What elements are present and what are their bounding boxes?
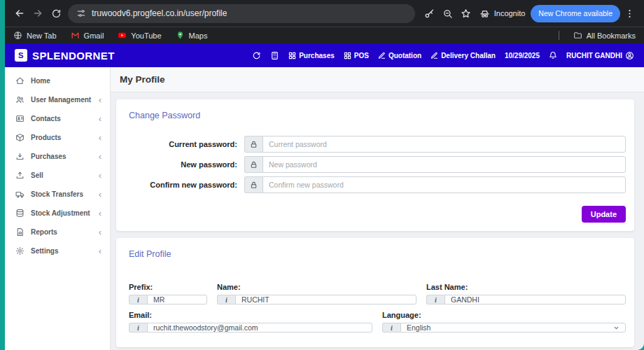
language-group: i English <box>382 323 626 332</box>
bookmark-gmail[interactable]: Gmail <box>71 31 104 40</box>
last-name-input[interactable] <box>444 295 626 304</box>
new-password-group <box>244 156 626 173</box>
brand-name: SPLENDORNET <box>32 50 115 62</box>
change-password-title: Change Password <box>129 111 626 120</box>
notifications-button[interactable] <box>549 51 557 59</box>
back-button[interactable] <box>10 4 29 22</box>
contacts-icon <box>15 114 24 123</box>
new-password-row: New password: <box>129 156 626 173</box>
sidebar-item-label: Contacts <box>31 115 61 122</box>
user-menu-button[interactable]: RUCHIT GANDHI <box>566 51 634 60</box>
edit-profile-card: Edit Profile Prefix: i Name: <box>116 238 634 347</box>
chevron-icon: ‹ <box>99 171 102 180</box>
language-field: Language: i English <box>382 311 626 332</box>
address-bar[interactable]: truwoodv6.progfeel.co.in/user/profile <box>68 4 415 23</box>
download-icon <box>15 152 24 161</box>
sidebar-item-settings[interactable]: Settings ‹ <box>5 241 110 260</box>
home-icon <box>15 76 24 85</box>
upload-icon <box>15 171 24 180</box>
prefix-group: i <box>129 295 207 304</box>
name-input[interactable] <box>235 295 416 304</box>
calculator-button[interactable] <box>270 51 279 60</box>
language-select[interactable]: English <box>400 323 626 332</box>
bookmark-youtube[interactable]: YouTube <box>118 31 161 40</box>
email-label: Email: <box>129 311 372 319</box>
sidebar-item-stock-transfers[interactable]: Stock Transfers ‹ <box>5 185 110 204</box>
sidebar-item-label: Sell <box>31 172 43 179</box>
nav-quotation[interactable]: Quotation <box>378 52 421 59</box>
sidebar-item-label: Reports <box>31 228 57 236</box>
gear-icon <box>15 246 24 255</box>
box-icon <box>15 133 24 142</box>
current-password-group <box>244 136 626 153</box>
sidebar-item-stock-adjustment[interactable]: Stock Adjustment ‹ <box>5 204 110 223</box>
bookmark-star-button[interactable] <box>457 4 475 22</box>
app-header: S SPLENDORNET Purchases POS Quotation <box>5 43 644 67</box>
zoom-button[interactable] <box>439 4 457 22</box>
globe-icon <box>13 31 22 40</box>
browser-menu-button[interactable] <box>620 4 638 22</box>
change-password-card: Change Password Current password: New pa… <box>116 99 634 231</box>
bookmark-new-tab[interactable]: New Tab <box>13 31 57 40</box>
edit-profile-title: Edit Profile <box>129 249 626 259</box>
sidebar-item-products[interactable]: Products ‹ <box>5 128 110 147</box>
nav-pos-label: POS <box>354 52 369 59</box>
update-button[interactable]: Update <box>582 206 626 223</box>
gmail-icon <box>71 31 80 40</box>
app-logo[interactable]: S SPLENDORNET <box>15 49 115 62</box>
incognito-badge: Incognito <box>479 8 526 19</box>
all-bookmarks-button[interactable]: All Bookmarks <box>573 31 636 40</box>
profile-row-2: Email: i Language: i English <box>129 311 626 332</box>
reload-button[interactable] <box>47 4 65 22</box>
sync-icon <box>252 51 261 60</box>
nav-pos[interactable]: POS <box>344 52 369 59</box>
sidebar-item-reports[interactable]: Reports ‹ <box>5 223 110 241</box>
forward-button[interactable] <box>29 4 47 22</box>
page-content: Change Password Current password: New pa… <box>111 92 644 350</box>
confirm-password-label: Confirm new password: <box>129 181 244 189</box>
current-password-input[interactable] <box>262 136 626 153</box>
bookmarks-divider <box>559 31 559 40</box>
sidebar-item-user-management[interactable]: User Management ‹ <box>5 90 110 109</box>
current-password-row: Current password: <box>129 136 626 153</box>
sidebar-item-purchases[interactable]: Purchases ‹ <box>5 147 110 166</box>
lock-icon <box>244 136 262 153</box>
bookmark-label: Maps <box>189 31 208 40</box>
zoom-icon <box>442 8 453 19</box>
sidebar-item-label: Home <box>31 77 50 85</box>
chevron-icon: ‹ <box>99 246 102 255</box>
bell-icon <box>549 51 557 59</box>
email-input[interactable] <box>147 323 372 332</box>
nav-delivery-challan[interactable]: Delivery Challan <box>430 52 496 59</box>
info-icon: i <box>217 295 235 304</box>
header-date: 10/29/2025 <box>505 52 540 59</box>
browser-toolbar: truwoodv6.progfeel.co.in/user/profile In… <box>5 0 644 27</box>
last-name-field: Last Name: i <box>426 283 626 304</box>
browser-window: truwoodv6.progfeel.co.in/user/profile In… <box>5 0 644 350</box>
chevron-icon: ‹ <box>99 114 102 123</box>
grid-icon <box>344 52 351 59</box>
password-key-button[interactable] <box>421 4 439 22</box>
prefix-field: Prefix: i <box>129 283 207 304</box>
email-field: Email: i <box>129 311 372 332</box>
prefix-input[interactable] <box>147 295 207 304</box>
confirm-password-input[interactable] <box>262 176 626 193</box>
sidebar-item-sell[interactable]: Sell ‹ <box>5 166 110 185</box>
bookmark-maps[interactable]: Maps <box>176 31 208 40</box>
sidebar-item-home[interactable]: Home <box>5 71 110 90</box>
lock-icon <box>244 156 262 173</box>
chevron-icon: ‹ <box>99 209 102 218</box>
sidebar-item-label: Stock Transfers <box>31 190 83 198</box>
name-group: i <box>217 295 416 304</box>
info-icon: i <box>426 295 444 304</box>
new-password-input[interactable] <box>262 156 626 173</box>
pencil-icon <box>378 52 386 59</box>
site-settings-icon[interactable] <box>76 8 86 18</box>
new-password-label: New password: <box>129 160 244 169</box>
chevron-icon: ‹ <box>99 227 102 237</box>
nav-purchases[interactable]: Purchases <box>288 52 335 59</box>
info-icon: i <box>129 295 147 304</box>
sync-button[interactable] <box>252 51 261 60</box>
sidebar-item-contacts[interactable]: Contacts ‹ <box>5 109 110 128</box>
chrome-update-button[interactable]: New Chrome available <box>531 5 620 22</box>
